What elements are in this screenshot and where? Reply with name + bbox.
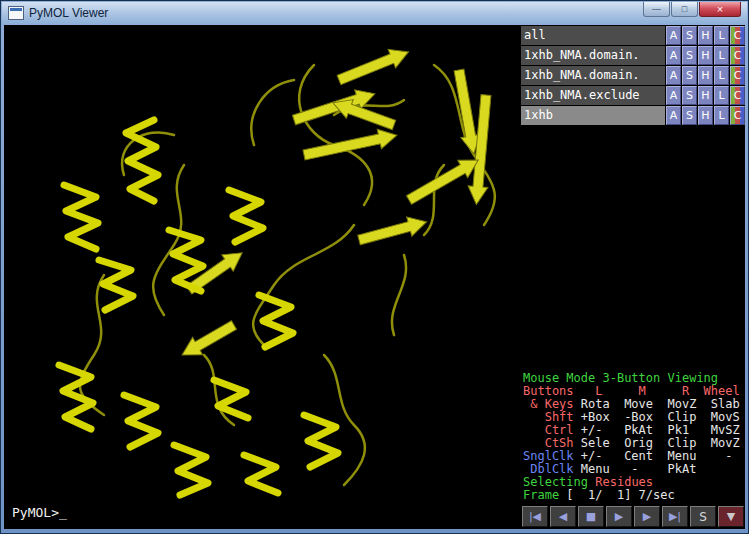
app-icon-detail: [10, 8, 22, 11]
sidebar: all A S H L C 1xhb_NMA.domain. A S H L C…: [521, 25, 745, 529]
panel-menu-button[interactable]: ▼: [718, 506, 744, 527]
color-button[interactable]: C: [730, 26, 745, 45]
app-icon: [8, 6, 24, 20]
object-row: 1xhb_NMA.domain. A S H L C: [521, 66, 745, 85]
hide-button[interactable]: H: [698, 66, 713, 85]
object-name[interactable]: all: [521, 26, 665, 45]
label-button[interactable]: L: [714, 66, 729, 85]
object-row-active: 1xhb A S H L C: [521, 106, 745, 125]
window-title: PyMOL Viewer: [29, 6, 108, 20]
label-button[interactable]: L: [714, 46, 729, 65]
window-titlebar[interactable]: PyMOL Viewer — □ ×: [2, 2, 747, 24]
object-row: 1xhb_NMA.domain. A S H L C: [521, 46, 745, 65]
color-button[interactable]: C: [730, 86, 745, 105]
hide-button[interactable]: H: [698, 106, 713, 125]
object-row: 1xhb_NMA.exclude A S H L C: [521, 86, 745, 105]
show-button[interactable]: S: [682, 46, 697, 65]
frame-indicator: Frame [ 1/ 1] 7/sec: [523, 489, 745, 502]
play-button[interactable]: ▶: [606, 506, 632, 527]
sidebar-spacer: [521, 126, 745, 370]
show-button[interactable]: S: [682, 26, 697, 45]
object-name[interactable]: 1xhb_NMA.domain.: [521, 66, 665, 85]
object-row: all A S H L C: [521, 26, 745, 45]
helices-group: [59, 120, 338, 495]
rewind-button[interactable]: |◀: [522, 506, 548, 527]
action-button[interactable]: A: [666, 106, 681, 125]
color-button[interactable]: C: [730, 106, 745, 125]
beta-sheets-group: [177, 43, 496, 364]
action-button[interactable]: A: [666, 46, 681, 65]
color-button[interactable]: C: [730, 46, 745, 65]
show-button[interactable]: S: [682, 66, 697, 85]
label-button[interactable]: L: [714, 26, 729, 45]
show-button[interactable]: S: [682, 86, 697, 105]
show-button[interactable]: S: [682, 106, 697, 125]
hide-button[interactable]: H: [698, 86, 713, 105]
object-list: all A S H L C 1xhb_NMA.domain. A S H L C…: [521, 25, 745, 126]
close-button[interactable]: ×: [699, 2, 741, 17]
object-name[interactable]: 1xhb_NMA.domain.: [521, 46, 665, 65]
step-back-button[interactable]: ◀: [550, 506, 576, 527]
hide-button[interactable]: H: [698, 46, 713, 65]
action-button[interactable]: A: [666, 66, 681, 85]
object-name[interactable]: 1xhb_NMA.exclude: [521, 86, 665, 105]
step-forward-button[interactable]: ▶: [634, 506, 660, 527]
color-button[interactable]: C: [730, 66, 745, 85]
client-area: PyMOL>_ all A S H L C 1xhb_NMA.domain. A…: [4, 25, 745, 529]
label-button[interactable]: L: [714, 86, 729, 105]
protein-structure[interactable]: [4, 25, 521, 529]
maximize-button[interactable]: □: [671, 2, 698, 17]
3d-viewport[interactable]: PyMOL>_: [4, 25, 521, 529]
movie-controls: |◀ ◀ ■ ▶ ▶ ▶| S ▼: [521, 505, 745, 529]
hide-button[interactable]: H: [698, 26, 713, 45]
end-button[interactable]: ▶|: [662, 506, 688, 527]
window-controls: — □ ×: [642, 2, 741, 17]
action-button[interactable]: A: [666, 86, 681, 105]
object-name[interactable]: 1xhb: [521, 106, 665, 125]
stop-button[interactable]: ■: [578, 506, 604, 527]
pymol-window: PyMOL Viewer — □ ×: [0, 0, 749, 534]
command-prompt[interactable]: PyMOL>_: [12, 505, 67, 520]
minimize-button[interactable]: —: [643, 2, 670, 17]
label-button[interactable]: L: [714, 106, 729, 125]
mouse-mode-panel: Mouse Mode 3-Button Viewing Buttons L M …: [521, 370, 745, 505]
scene-button[interactable]: S: [690, 506, 716, 527]
action-button[interactable]: A: [666, 26, 681, 45]
